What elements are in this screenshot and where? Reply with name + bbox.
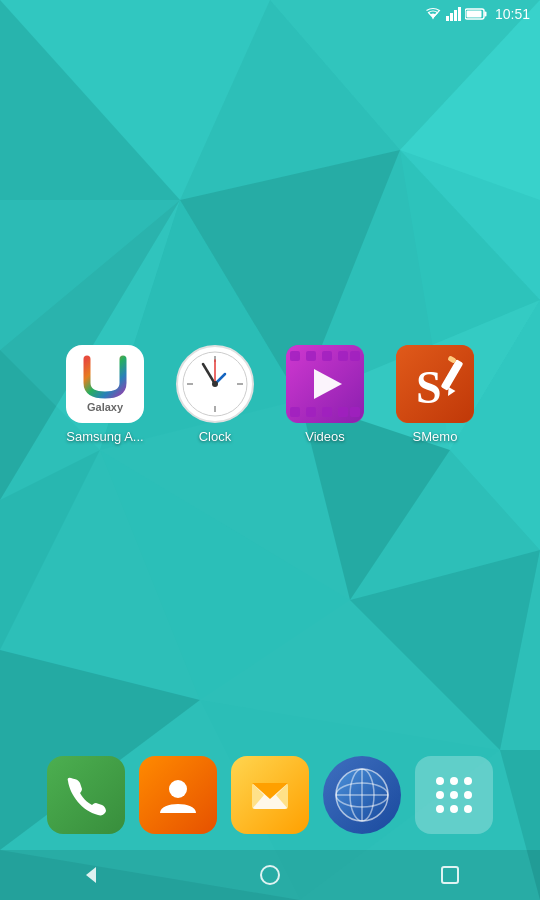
svg-point-74 — [464, 805, 472, 813]
svg-rect-39 — [290, 351, 300, 361]
app-samsung[interactable]: Galaxy Samsung A... — [55, 345, 155, 444]
svg-rect-77 — [442, 867, 458, 883]
clock-face-svg — [181, 350, 249, 418]
samsung-icon: Galaxy — [66, 345, 144, 423]
svg-rect-46 — [322, 407, 332, 417]
svg-text:S: S — [416, 362, 442, 413]
dock-contacts[interactable] — [139, 756, 217, 834]
dock — [0, 740, 540, 850]
svg-point-69 — [436, 791, 444, 799]
videos-icon-svg — [286, 345, 364, 423]
svg-rect-28 — [466, 11, 481, 18]
home-icon — [258, 863, 282, 887]
svg-marker-75 — [86, 867, 96, 883]
app-row: Galaxy Samsung A... — [55, 345, 485, 444]
svg-rect-24 — [454, 10, 457, 21]
clock-label: Clock — [199, 429, 232, 444]
recent-icon — [438, 863, 462, 887]
svg-rect-48 — [350, 407, 360, 417]
nav-recent-button[interactable] — [420, 855, 480, 895]
smemo-label: SMemo — [413, 429, 458, 444]
svg-rect-44 — [290, 407, 300, 417]
dock-apps[interactable] — [415, 756, 493, 834]
status-icons: 10:51 — [425, 6, 530, 22]
videos-icon — [286, 345, 364, 423]
svg-rect-22 — [446, 16, 449, 21]
svg-point-68 — [464, 777, 472, 785]
svg-marker-21 — [432, 18, 434, 20]
svg-point-67 — [450, 777, 458, 785]
wifi-icon — [425, 7, 441, 21]
phone-icon — [47, 756, 125, 834]
samsung-label: Samsung A... — [66, 429, 143, 444]
status-time: 10:51 — [495, 6, 530, 22]
dock-email[interactable] — [231, 756, 309, 834]
svg-rect-41 — [322, 351, 332, 361]
svg-rect-47 — [338, 407, 348, 417]
galaxy-logo — [79, 355, 131, 399]
phone-icon-svg — [64, 773, 108, 817]
apps-grid-icon — [415, 756, 493, 834]
apps-grid-svg — [429, 770, 479, 820]
svg-rect-23 — [450, 13, 453, 21]
internet-icon-svg — [332, 765, 392, 825]
svg-point-76 — [261, 866, 279, 884]
back-icon — [78, 863, 102, 887]
dock-phone[interactable] — [47, 756, 125, 834]
svg-point-66 — [436, 777, 444, 785]
clock-icon — [176, 345, 254, 423]
smemo-icon-svg: S — [396, 345, 474, 423]
smemo-icon: S — [396, 345, 474, 423]
app-videos[interactable]: Videos — [275, 345, 375, 444]
svg-point-73 — [450, 805, 458, 813]
contacts-icon — [139, 756, 217, 834]
svg-point-71 — [464, 791, 472, 799]
svg-rect-42 — [338, 351, 348, 361]
svg-point-72 — [436, 805, 444, 813]
email-icon-svg — [248, 773, 292, 817]
signal-icon — [445, 7, 461, 21]
dock-internet[interactable] — [323, 756, 401, 834]
home-content: Galaxy Samsung A... — [0, 28, 540, 770]
videos-label: Videos — [305, 429, 345, 444]
svg-rect-40 — [306, 351, 316, 361]
svg-rect-43 — [350, 351, 360, 361]
email-icon — [231, 756, 309, 834]
svg-rect-25 — [458, 7, 461, 21]
status-bar: 10:51 — [0, 0, 540, 28]
app-clock[interactable]: Clock — [165, 345, 265, 444]
svg-point-70 — [450, 791, 458, 799]
svg-rect-27 — [484, 12, 486, 17]
svg-point-37 — [212, 381, 218, 387]
svg-rect-45 — [306, 407, 316, 417]
svg-point-55 — [169, 780, 187, 798]
battery-icon — [465, 8, 487, 20]
nav-home-button[interactable] — [240, 855, 300, 895]
app-smemo[interactable]: S SMemo — [385, 345, 485, 444]
contacts-icon-svg — [156, 773, 200, 817]
nav-bar — [0, 850, 540, 900]
internet-icon — [323, 756, 401, 834]
nav-back-button[interactable] — [60, 855, 120, 895]
